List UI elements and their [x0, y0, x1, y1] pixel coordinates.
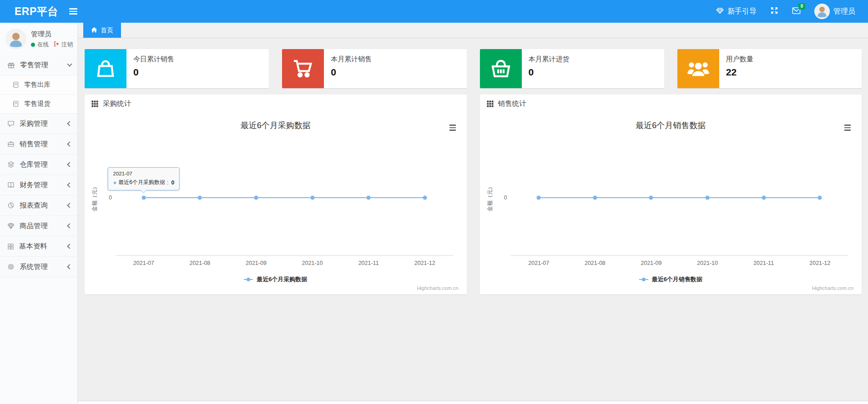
chart-plot-area: 金额（元） 0 2021-07 2021-08 2021-09 2021-10 …: [511, 140, 848, 256]
highcharts-credits-link[interactable]: Highcharts.com.cn: [812, 285, 853, 291]
data-point[interactable]: [537, 196, 541, 200]
data-point[interactable]: [706, 196, 710, 200]
data-point[interactable]: [649, 196, 653, 200]
y-axis-tick: 0: [109, 195, 112, 201]
comment-icon: [7, 120, 15, 127]
legend-marker-icon: [244, 277, 253, 282]
book-icon: [12, 81, 19, 88]
data-point[interactable]: [198, 196, 202, 200]
sidebar-item-sales[interactable]: 销售管理: [0, 134, 77, 155]
sidebar-item-retail-return[interactable]: 零售退货: [0, 95, 77, 114]
basket-icon: [480, 49, 522, 88]
data-point[interactable]: [818, 196, 822, 200]
briefcase-icon: [7, 140, 15, 148]
online-status-icon: [31, 43, 35, 47]
panel-title: 采购统计: [103, 99, 131, 109]
legend-marker-icon: [639, 277, 648, 282]
sidebar-user-panel: 管理员 在线 注销: [0, 23, 77, 55]
gift-icon: [7, 61, 15, 69]
online-status-label: 在线: [37, 41, 49, 49]
stat-card-user-count: 用户数量 22: [677, 49, 862, 88]
data-point[interactable]: [593, 196, 597, 200]
layers-icon: [7, 161, 15, 168]
sidebar-item-report[interactable]: 报表查询: [0, 195, 77, 216]
brand-logo: ERP平台: [0, 5, 58, 19]
header-actions: 新手引导 0: [716, 4, 868, 19]
sidebar-item-warehouse[interactable]: 仓库管理: [0, 155, 77, 175]
stat-card-month-sales: 本月累计销售 0: [282, 49, 466, 88]
th-grid-icon: [487, 100, 494, 107]
x-axis-label: 2021-08: [585, 260, 606, 266]
purchase-chart: 最近6个月采购数据 金额（元） 0 2021-07 2021-08 2021-0…: [89, 113, 462, 293]
sidebar-item-goods[interactable]: 商品管理: [0, 216, 77, 236]
y-axis-title: 金额（元）: [91, 184, 99, 211]
sidebar-menu: 零售管理 零售出库 零售退货 采购管理 销售管理 仓库管理 财务管理 报表查询 …: [0, 55, 77, 277]
stat-card-value: 0: [133, 67, 174, 78]
footer-divider: [78, 401, 868, 404]
dashboard-content: 今日累计销售 0 本月累计销售 0 本月累计进货 0 用户数量 22: [78, 38, 868, 404]
sidebar-item-purchase[interactable]: 采购管理: [0, 114, 77, 134]
chevron-left-icon: [67, 121, 72, 126]
pie-chart-icon: [7, 202, 15, 209]
chevron-left-icon: [67, 223, 72, 228]
sidebar-toggle-icon[interactable]: [66, 5, 80, 17]
bag-icon: [85, 49, 126, 88]
sidebar-submenu: 零售出库 零售退货: [0, 75, 77, 114]
data-point[interactable]: [254, 196, 258, 200]
sidebar-item-system[interactable]: 系统管理: [0, 257, 77, 277]
chart-export-menu-icon[interactable]: [843, 123, 853, 133]
sidebar-item-retail-outbound[interactable]: 零售出库: [0, 75, 77, 95]
data-point[interactable]: [423, 196, 427, 200]
line-series: [511, 140, 848, 255]
chart-export-menu-icon[interactable]: [448, 123, 458, 133]
x-axis-label: 2021-10: [697, 260, 718, 266]
guide-button[interactable]: 新手引导: [716, 7, 757, 16]
highcharts-credits-link[interactable]: Highcharts.com.cn: [417, 285, 458, 291]
chevron-left-icon: [67, 244, 72, 249]
logout-link[interactable]: 注销: [54, 41, 73, 49]
users-icon: [677, 49, 719, 88]
stat-card-value: 22: [726, 67, 753, 78]
home-icon: [91, 27, 97, 34]
messages-button[interactable]: 0: [792, 7, 801, 16]
cart-icon: [282, 49, 324, 88]
panel-title: 销售统计: [498, 99, 526, 109]
app-header: ERP平台 新手引导 0: [0, 0, 868, 23]
stat-card-today-sales: 今日累计销售 0: [85, 49, 269, 88]
tab-home[interactable]: 首页: [83, 23, 121, 38]
erp-app: ERP平台 新手引导 0: [0, 0, 868, 404]
th-grid-icon: [91, 100, 98, 107]
stat-card-value: 0: [331, 67, 372, 78]
avatar: [5, 29, 26, 50]
data-point[interactable]: [367, 196, 371, 200]
legend-item[interactable]: 最近6个月采购数据: [89, 275, 462, 284]
x-axis-label: 2021-07: [528, 260, 549, 266]
purchase-stats-panel: 采购统计 最近6个月采购数据 金额（元） 0 2021-07 2021-08 2…: [85, 95, 467, 294]
x-axis-label: 2021-10: [302, 260, 323, 266]
y-axis-tick: 0: [504, 195, 507, 201]
sidebar-item-retail[interactable]: 零售管理: [0, 55, 77, 75]
data-point[interactable]: [762, 196, 766, 200]
gear-icon: [7, 263, 15, 270]
legend-item[interactable]: 最近6个月销售数据: [484, 275, 858, 284]
mail-count-badge: 0: [798, 3, 805, 10]
data-point[interactable]: [310, 196, 314, 200]
chevron-down-icon: [67, 61, 72, 66]
avatar: [814, 4, 830, 19]
x-axis-label: 2021-07: [133, 260, 154, 266]
ledger-icon: [7, 181, 15, 189]
stat-card-title: 今日累计销售: [133, 55, 174, 64]
sidebar-item-basic-data[interactable]: 基本资料: [0, 236, 77, 257]
user-menu[interactable]: 管理员: [814, 4, 855, 19]
x-axis-label: 2021-08: [189, 260, 210, 266]
x-axis-label: 2021-09: [641, 260, 662, 266]
main-area: 首页 今日累计销售 0 本月累计销售 0 本月累计进货 0 用户数量 22: [78, 23, 868, 404]
gem-outline-icon: [716, 7, 724, 16]
tab-bar: 首页: [78, 23, 868, 38]
fullscreen-button[interactable]: [770, 6, 778, 16]
sidebar-item-finance[interactable]: 财务管理: [0, 175, 77, 195]
stat-card-title: 用户数量: [726, 55, 753, 64]
guide-label: 新手引导: [727, 7, 757, 16]
line-series: [116, 140, 453, 255]
series-marker-icon: ●: [113, 179, 116, 186]
